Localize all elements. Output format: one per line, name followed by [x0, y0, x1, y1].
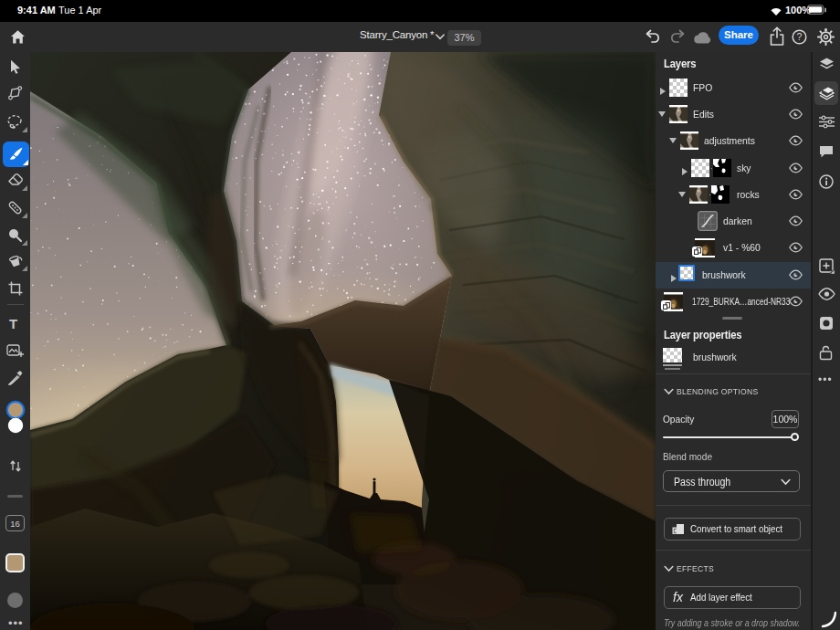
- svg-text:?: ?: [797, 31, 803, 42]
